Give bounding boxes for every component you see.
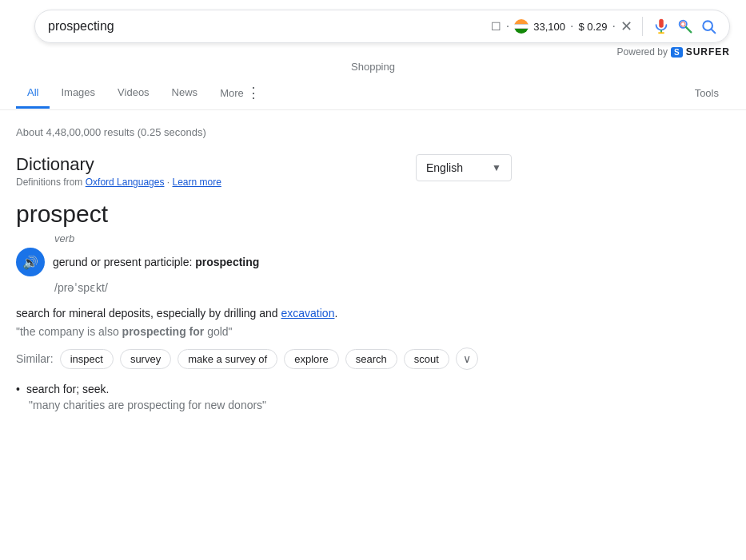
search-input[interactable] — [48, 19, 485, 34]
pronunciation: /prəˈspɛkt/ — [16, 281, 512, 294]
divider — [642, 17, 643, 36]
surfer-brand: SURFER — [686, 46, 730, 58]
flag-green — [514, 29, 529, 34]
nav-tabs: All Images Videos News More ⋮ Tools — [0, 76, 746, 109]
speaker-icon: 🔊 — [22, 255, 38, 270]
example-2: "many charities are prospecting for new … — [16, 399, 512, 411]
excavation-link[interactable]: excavation — [281, 307, 335, 320]
similar-label: Similar: — [16, 352, 54, 365]
results-stats: About 4,48,00,000 results (0.25 seconds) — [16, 126, 512, 138]
nav-section: Shopping All Images Videos News More ⋮ T… — [0, 61, 746, 110]
search-container: ☐ · 33,100 · $ 0.29 · ✕ — [0, 0, 746, 58]
def2-text: search for; seek. — [26, 383, 110, 395]
example-quote-open: "the company is also — [16, 325, 122, 338]
gerund-prefix: gerund or present participle: — [53, 256, 192, 268]
definition-1: search for mineral deposits, especially … — [16, 305, 512, 322]
search-bar: ☐ · 33,100 · $ 0.29 · ✕ — [34, 10, 730, 43]
more-label: More — [220, 87, 244, 99]
oxford-link[interactable]: Oxford Languages — [86, 177, 165, 188]
similar-row: Similar: inspect survey make a survey of… — [16, 348, 512, 370]
gerund-line: 🔊 gerund or present participle: prospect… — [16, 248, 512, 276]
dot-sep-3: · — [612, 19, 616, 34]
example-1: "the company is also prospecting for gol… — [16, 325, 512, 338]
tools-label: Tools — [695, 87, 719, 99]
powered-by-label: Powered by — [617, 46, 668, 58]
chip-survey[interactable]: survey — [120, 349, 171, 369]
svg-point-4 — [681, 22, 686, 27]
sound-button[interactable]: 🔊 — [16, 248, 45, 276]
tab-images[interactable]: Images — [50, 78, 106, 109]
tab-news[interactable]: News — [161, 78, 209, 109]
word-headword: prospect — [16, 201, 512, 228]
def2-main: search for; seek. — [26, 383, 110, 395]
svg-line-7 — [712, 30, 716, 34]
bullet-icon: • — [16, 383, 20, 395]
lens-button[interactable] — [676, 18, 694, 35]
definition-text: search for mineral deposits, especially … — [16, 307, 337, 320]
dollar-amount: $ 0.29 — [578, 21, 607, 33]
tab-all[interactable]: All — [16, 78, 50, 109]
part-of-speech: verb — [16, 232, 512, 244]
dict-title: Dictionary — [16, 154, 221, 175]
learn-more-link[interactable]: Learn more — [172, 177, 221, 188]
svg-line-5 — [686, 27, 691, 32]
language-label: English — [426, 161, 463, 174]
result-count: 33,100 — [533, 21, 565, 33]
chip-scout[interactable]: scout — [404, 349, 449, 369]
dict-source: Definitions from Oxford Languages · Lear… — [16, 177, 221, 188]
dict-source-prefix: Definitions from — [16, 177, 82, 188]
dot-sep-2: · — [570, 19, 573, 34]
powered-by: Powered by S SURFER — [617, 46, 730, 58]
dot-sep-1: · — [506, 19, 509, 34]
search-bar-meta: ☐ · 33,100 · $ 0.29 · ✕ — [491, 18, 632, 35]
chip-search[interactable]: search — [345, 349, 397, 369]
dictionary-card: Dictionary Definitions from Oxford Langu… — [16, 154, 512, 411]
chevron-down-icon: ▼ — [492, 162, 501, 173]
gerund-text: gerund or present participle: prospectin… — [53, 256, 259, 268]
tab-icon: ☐ — [491, 20, 501, 33]
surfer-badge: S — [671, 47, 683, 58]
more-chips-icon: ∨ — [463, 352, 471, 365]
word-entry: prospect verb 🔊 gerund or present partic… — [16, 201, 512, 411]
dict-header-left: Dictionary Definitions from Oxford Langu… — [16, 154, 221, 188]
example-suffix: gold" — [204, 325, 232, 338]
svg-rect-0 — [659, 19, 664, 28]
chip-inspect[interactable]: inspect — [60, 349, 114, 369]
more-button[interactable]: More ⋮ — [209, 76, 272, 109]
search-submit-button[interactable] — [700, 18, 716, 34]
dict-header: Dictionary Definitions from Oxford Langu… — [16, 154, 512, 188]
chip-make-a-survey-of[interactable]: make a survey of — [178, 349, 277, 369]
tools-button[interactable]: Tools — [684, 79, 730, 107]
tab-videos[interactable]: Videos — [106, 78, 161, 109]
example-bold: prospecting for — [122, 325, 205, 338]
more-chips-button[interactable]: ∨ — [456, 348, 478, 370]
clear-button[interactable]: ✕ — [620, 18, 632, 35]
second-def-row: • search for; seek. — [16, 383, 512, 395]
mic-button[interactable] — [652, 18, 670, 35]
gerund-word: prospecting — [195, 256, 259, 268]
language-dropdown[interactable]: English ▼ — [416, 154, 512, 181]
flag-circle — [514, 19, 529, 34]
india-flag — [514, 19, 529, 34]
shopping-label: Shopping — [0, 61, 746, 76]
main-content: About 4,48,00,000 results (0.25 seconds)… — [0, 110, 528, 427]
chip-explore[interactable]: explore — [284, 349, 339, 369]
more-dots-icon: ⋮ — [246, 84, 261, 101]
